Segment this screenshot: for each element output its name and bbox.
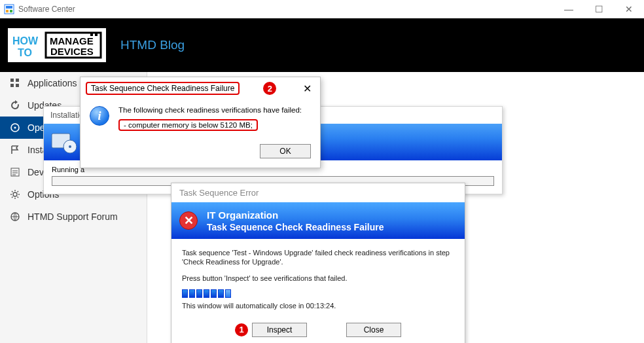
globe-icon: [9, 211, 21, 223]
svg-rect-11: [95, 33, 98, 36]
annotation-callout-1: 1: [235, 323, 248, 336]
gear-icon: [9, 189, 21, 200]
close-button[interactable]: Close: [346, 323, 401, 337]
check-readiness-title: Task Sequence Check Readiness Failure: [86, 82, 240, 95]
svg-point-19: [13, 192, 17, 196]
ok-button[interactable]: OK: [260, 144, 311, 158]
maximize-button[interactable]: ☐: [584, 0, 614, 18]
error-icon: ✕: [179, 211, 198, 230]
svg-point-23: [69, 145, 71, 148]
htmd-logo: HOW TO MANAGE DEVICES: [8, 28, 106, 62]
svg-point-17: [14, 127, 16, 129]
check-readiness-header: Task Sequence Check Readiness Failure 2 …: [80, 77, 320, 99]
flag-icon: [9, 144, 21, 156]
task-sequence-error-banner: ✕ IT Organization Task Sequence Check Re…: [171, 202, 465, 239]
sidebar-item-label: HTMD Support Forum: [27, 211, 118, 222]
brand-bar: HOW TO MANAGE DEVICES HTMD Blog: [0, 18, 644, 72]
svg-text:HOW: HOW: [12, 35, 39, 46]
countdown-text: This window will automatically close in …: [182, 302, 454, 310]
window-controls: — ☐ ✕: [554, 0, 644, 18]
window-titlebar: Software Center — ☐ ✕: [0, 0, 644, 18]
task-sequence-error-banner-text: IT Organization Task Sequence Check Read…: [207, 209, 384, 232]
inspect-button[interactable]: Inspect: [252, 323, 307, 337]
svg-text:DEVICES: DEVICES: [50, 46, 94, 57]
svg-rect-12: [10, 79, 14, 82]
check-readiness-reason: - computer memory is below 5120 MB;: [118, 119, 258, 131]
check-readiness-body: i The following check readiness verifica…: [80, 99, 320, 136]
refresh-icon: [9, 99, 21, 111]
error-body-line-1: Task sequence 'Test - Windows Upgrade' f…: [182, 248, 454, 267]
check-readiness-dialog: Task Sequence Check Readiness Failure 2 …: [80, 77, 321, 168]
software-center-icon: [4, 4, 14, 14]
svg-rect-13: [16, 79, 19, 82]
svg-rect-14: [10, 84, 14, 87]
close-window-button[interactable]: ✕: [614, 0, 644, 18]
sidebar-item-support-forum[interactable]: HTMD Support Forum: [0, 206, 147, 228]
disc-icon: [9, 122, 21, 134]
sidebar-item-label: Applications: [27, 78, 77, 88]
task-sequence-error-window: Task Sequence Error ✕ IT Organization Ta…: [171, 183, 465, 343]
error-body-line-2: Press button 'Inspect' to see verificati…: [182, 274, 454, 283]
svg-text:MANAGE: MANAGE: [50, 35, 94, 46]
svg-rect-2: [6, 10, 9, 12]
svg-rect-3: [10, 10, 12, 12]
window-title: Software Center: [18, 5, 554, 14]
task-sequence-error-title: Task Sequence Error: [171, 183, 465, 202]
svg-rect-1: [6, 6, 12, 9]
annotation-callout-2: 2: [263, 82, 276, 95]
task-sequence-error-buttons: 1 Inspect Close: [171, 317, 465, 343]
task-sequence-error-body: Task sequence 'Test - Windows Upgrade' f…: [171, 239, 465, 317]
check-readiness-message: The following check readiness verificati…: [118, 106, 302, 114]
dialog-close-button[interactable]: ✕: [299, 81, 315, 96]
countdown-progress: [182, 289, 454, 298]
failure-headline: Task Sequence Check Readiness Failure: [207, 222, 384, 232]
grid-icon: [9, 77, 21, 89]
checklist-icon: [9, 166, 21, 178]
svg-rect-10: [90, 33, 93, 36]
info-icon: i: [90, 106, 109, 126]
svg-text:TO: TO: [18, 47, 32, 58]
check-readiness-buttons: OK: [80, 136, 320, 168]
setup-disc-icon: [50, 128, 78, 156]
svg-rect-15: [16, 84, 19, 87]
organization-label: IT Organization: [207, 209, 384, 221]
brand-title: HTMD Blog: [120, 38, 185, 52]
minimize-button[interactable]: —: [554, 0, 584, 18]
